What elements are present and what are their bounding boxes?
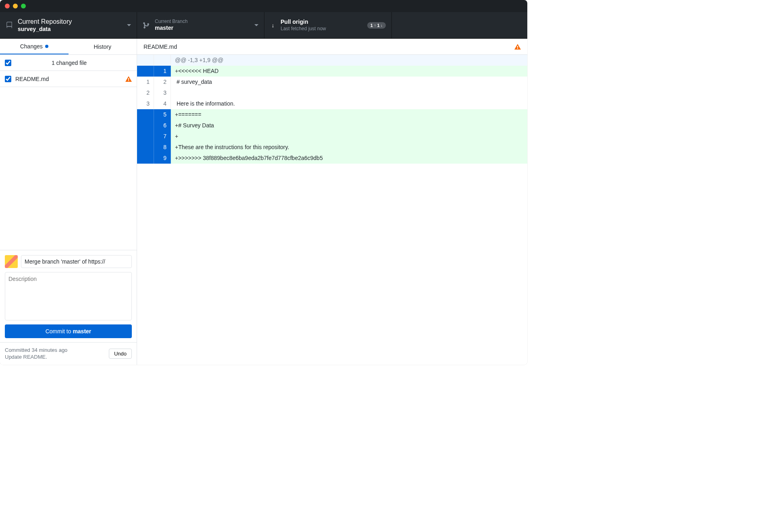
commit-panel: Commit to master Committed 34 minutes ag… <box>0 250 137 365</box>
repo-switcher[interactable]: Current Repository survey_data <box>0 12 137 38</box>
diff-filename: README.md <box>144 44 177 50</box>
unsaved-dot-icon <box>45 45 48 48</box>
commit-button[interactable]: Commit to master <box>5 324 132 338</box>
diff-header: README.md <box>137 39 527 55</box>
maximize-window-button[interactable] <box>21 4 26 8</box>
conflict-warning-icon <box>514 44 521 50</box>
close-window-button[interactable] <box>5 4 10 8</box>
repo-label: Current Repository <box>18 18 122 26</box>
undo-button[interactable]: Undo <box>109 349 132 359</box>
file-checkbox[interactable] <box>5 76 11 82</box>
diff-line: 5+======= <box>137 109 527 120</box>
diff-hunk-header: @@ -1,3 +1,9 @@ <box>137 55 527 66</box>
avatar <box>5 255 18 268</box>
tab-history-label: History <box>94 44 111 50</box>
pull-button[interactable]: ↓ Pull origin Last fetched just now 1↑ 1… <box>264 12 392 38</box>
status-time: Committed 34 minutes ago <box>5 347 67 354</box>
sidebar: Changes History 1 changed file README.md <box>0 39 137 365</box>
diff-body[interactable]: @@ -1,3 +1,9 @@1+<<<<<<< HEAD12 # survey… <box>137 55 527 164</box>
tab-history[interactable]: History <box>69 39 137 54</box>
diff-line: 6+# Survey Data <box>137 120 527 131</box>
repo-icon <box>6 22 13 29</box>
pull-sub: Last fetched just now <box>281 26 362 32</box>
diff-panel: README.md @@ -1,3 +1,9 @@1+<<<<<<< HEAD1… <box>137 39 527 365</box>
sidebar-tabs: Changes History <box>0 39 137 55</box>
diff-line: 9+>>>>>>> 38f889bec8e6ba9eda2b7fe7d778cf… <box>137 153 527 164</box>
file-row[interactable]: README.md <box>0 71 137 87</box>
ahead-behind-badge: 1↑ 1↓ <box>367 22 386 29</box>
branch-name: master <box>155 25 250 32</box>
pull-label: Pull origin <box>281 19 362 26</box>
chevron-down-icon <box>127 24 131 26</box>
conflict-warning-icon <box>125 76 132 82</box>
repo-name: survey_data <box>18 26 122 33</box>
chevron-down-icon <box>254 24 258 26</box>
minimize-window-button[interactable] <box>13 4 18 8</box>
commit-description-input[interactable] <box>5 272 132 320</box>
status-msg: Update README. <box>5 353 67 361</box>
diff-line: 7+ <box>137 131 527 142</box>
toolbar: Current Repository survey_data Current B… <box>0 12 527 39</box>
diff-line: 34 Here is the information. <box>137 98 527 109</box>
diff-line: 1+<<<<<<< HEAD <box>137 66 527 77</box>
tab-changes[interactable]: Changes <box>0 39 69 54</box>
branch-switcher[interactable]: Current Branch master <box>137 12 264 38</box>
last-commit-status: Committed 34 minutes ago Update README. … <box>0 342 137 365</box>
files-header: 1 changed file <box>0 55 137 71</box>
tab-changes-label: Changes <box>20 43 43 50</box>
window-titlebar <box>0 0 527 12</box>
file-name: README.md <box>15 76 125 82</box>
diff-line: 23 <box>137 87 527 98</box>
diff-line: 8+These are the instructions for this re… <box>137 142 527 153</box>
commit-summary-input[interactable] <box>21 255 132 268</box>
pull-down-icon: ↓ <box>270 22 276 29</box>
files-count: 1 changed file <box>6 60 132 66</box>
branch-icon <box>143 22 150 29</box>
diff-line: 12 # survey_data <box>137 77 527 87</box>
branch-label: Current Branch <box>155 19 250 25</box>
